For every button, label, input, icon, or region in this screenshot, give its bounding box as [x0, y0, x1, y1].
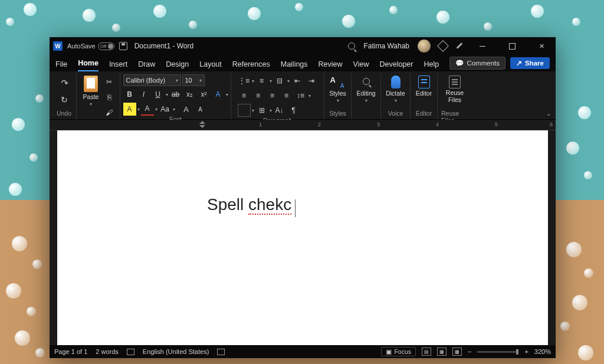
borders-button[interactable]: ⊞ — [255, 104, 268, 117]
tab-view[interactable]: View — [353, 60, 369, 71]
copy-button[interactable]: ⎘ — [103, 91, 116, 104]
cut-button[interactable]: ✂ — [103, 76, 116, 88]
superscript-button[interactable]: x² — [198, 88, 211, 101]
increase-indent-button[interactable]: ⇥ — [305, 74, 318, 87]
horizontal-ruler[interactable]: 1 2 3 4 5 6 — [50, 120, 556, 130]
autosave-label: AutoSave — [67, 42, 96, 50]
language-status[interactable]: English (United States) — [143, 348, 209, 355]
tab-design[interactable]: Design — [166, 60, 189, 71]
close-button[interactable] — [531, 37, 552, 55]
tab-draw[interactable]: Draw — [138, 60, 155, 71]
editor-button[interactable]: Editor — [413, 74, 434, 98]
editor-icon — [418, 76, 430, 88]
multilevel-button[interactable]: ⊟ — [273, 74, 286, 87]
group-editor: Editor — [416, 110, 432, 118]
bullets-button[interactable]: ⋮≡ — [238, 74, 251, 87]
word-window: W AutoSave Off Document1 - Word Fatima W… — [50, 37, 556, 358]
titlebar: W AutoSave Off Document1 - Word Fatima W… — [50, 37, 556, 55]
redo-button[interactable]: ↻ — [58, 93, 71, 106]
find-icon — [363, 78, 370, 85]
numbering-button[interactable]: ≡ — [255, 74, 268, 87]
focus-mode-button[interactable]: ▣ Focus — [381, 347, 416, 356]
document-page[interactable]: Spell chekc — [57, 130, 548, 345]
dictate-button[interactable]: Dictate ▾ — [383, 74, 408, 104]
username: Fatima Wahab — [363, 42, 409, 50]
tab-review[interactable]: Review — [319, 60, 343, 71]
justify-button[interactable]: ≡ — [280, 89, 293, 102]
shrink-font-button[interactable]: A — [194, 103, 207, 116]
tab-help[interactable]: Help — [424, 60, 439, 71]
tab-layout[interactable]: Layout — [199, 60, 222, 71]
zoom-in-button[interactable]: + — [524, 348, 528, 355]
word-app-icon: W — [53, 41, 63, 51]
paste-icon — [84, 76, 98, 92]
statusbar: Page 1 of 1 2 words English (United Stat… — [50, 345, 556, 358]
editing-button[interactable]: Editing ▾ — [354, 74, 378, 104]
group-undo: Undo — [57, 110, 71, 118]
mic-icon — [391, 76, 401, 88]
accessibility-icon[interactable] — [217, 349, 225, 355]
document-canvas[interactable]: Spell chekc — [50, 130, 556, 345]
sort-button[interactable]: A↓ — [273, 104, 286, 117]
font-size-select[interactable]: 10▾ — [182, 74, 205, 86]
undo-button[interactable]: ↶ — [58, 77, 71, 90]
group-voice: Voice — [388, 110, 403, 118]
avatar[interactable] — [418, 40, 431, 53]
decrease-indent-button[interactable]: ⇤ — [291, 74, 304, 87]
underline-button[interactable]: U — [152, 88, 165, 101]
print-layout-button[interactable]: ▦ — [437, 347, 447, 356]
autosave-toggle[interactable]: AutoSave Off — [67, 42, 114, 50]
font-family-select[interactable]: Calibri (Body)▾ — [123, 74, 181, 86]
word-count[interactable]: 2 words — [96, 348, 119, 355]
tab-mailings[interactable]: Mailings — [281, 60, 308, 71]
document-title: Document1 - Word — [134, 42, 193, 50]
web-layout-button[interactable]: ▩ — [452, 347, 462, 356]
tab-home[interactable]: Home — [78, 59, 99, 71]
italic-button[interactable]: I — [137, 88, 150, 101]
strike-button[interactable]: ab — [169, 88, 182, 101]
show-marks-button[interactable]: ¶ — [287, 104, 300, 117]
tab-references[interactable]: References — [232, 60, 270, 71]
share-button[interactable]: ↗ Share — [510, 57, 550, 69]
bold-button[interactable]: B — [123, 88, 136, 101]
minimize-button[interactable] — [472, 37, 493, 55]
zoom-slider[interactable] — [477, 351, 518, 353]
tab-file[interactable]: File — [55, 60, 67, 71]
align-right-button[interactable]: ≡ — [266, 89, 279, 102]
text-cursor — [295, 199, 296, 217]
reuse-files-button[interactable]: Reuse Files — [441, 74, 468, 104]
comments-button[interactable]: 💬 Comments — [449, 57, 505, 70]
grow-font-button[interactable]: A — [180, 103, 193, 116]
tab-developer[interactable]: Developer — [379, 60, 413, 71]
collapse-ribbon-button[interactable]: ⌄ — [546, 110, 551, 117]
page-count[interactable]: Page 1 of 1 — [54, 348, 87, 355]
styles-button[interactable]: Styles ▾ — [327, 74, 349, 104]
highlight-button[interactable]: A — [123, 103, 136, 116]
search-icon[interactable] — [348, 42, 355, 50]
shading-button[interactable] — [238, 104, 251, 117]
zoom-level[interactable]: 320% — [534, 348, 551, 355]
indent-marker-icon[interactable] — [199, 121, 205, 128]
spellcheck-icon[interactable] — [127, 349, 134, 355]
styles-icon — [330, 76, 346, 88]
ribbon-tabs: File Home Insert Draw Design Layout Refe… — [50, 55, 556, 71]
subscript-button[interactable]: x₂ — [183, 88, 196, 101]
document-text[interactable]: Spell chekc — [207, 195, 291, 215]
maximize-button[interactable] — [501, 37, 523, 55]
format-painter-button[interactable]: 🖌 — [103, 106, 116, 119]
tab-insert[interactable]: Insert — [109, 60, 127, 71]
text-effects-button[interactable]: A — [212, 88, 225, 101]
save-icon[interactable] — [119, 42, 127, 50]
read-mode-button[interactable]: ▤ — [422, 347, 431, 356]
pen-icon[interactable] — [455, 42, 464, 50]
paste-button[interactable]: Paste ▾ — [81, 74, 101, 108]
line-spacing-button[interactable]: ↕≡ — [294, 89, 307, 102]
premium-icon[interactable] — [437, 40, 449, 52]
align-center-button[interactable]: ≡ — [252, 89, 265, 102]
misspelled-word[interactable]: chekc — [248, 195, 291, 215]
align-left-button[interactable]: ≡ — [238, 89, 251, 102]
change-case-button[interactable]: Aa — [159, 103, 172, 116]
ribbon: ↶ ↻ Undo Paste ▾ ✂ ⎘ 🖌 Clipboard — [50, 71, 556, 120]
zoom-out-button[interactable]: − — [468, 348, 471, 355]
font-color-button[interactable]: A — [141, 103, 154, 116]
